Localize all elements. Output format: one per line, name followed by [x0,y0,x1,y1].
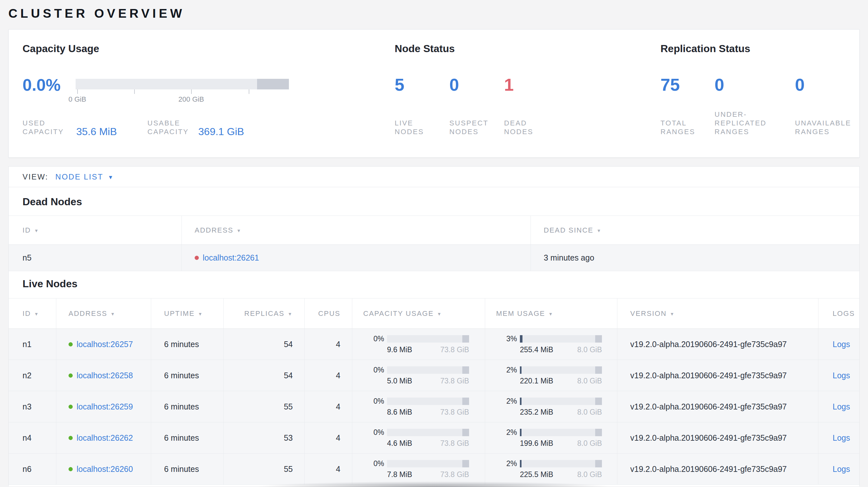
mem-used-value: 220.1 MiB [520,377,553,385]
capacity-axis-labels: 0 GiB 200 GiB [75,95,289,104]
dead-col-header-address[interactable]: ADDRESS ▼ [182,216,531,245]
col-header-capacity-usage[interactable]: CAPACITY USAGE ▼ [352,298,485,328]
live-nodes-table: ID ▼ ADDRESS ▼ UPTIME ▼ REPLICAS ▼ CPUS [9,298,859,485]
node-cpus-cell: 4 [305,422,352,453]
mem-usage-endcap [595,335,602,343]
live-node-row: n3 localhost:26259 6 minutes 55 4 0% [9,391,859,422]
node-address-link[interactable]: localhost:26257 [76,340,133,349]
node-uptime-cell: 6 minutes [151,391,224,422]
live-nodes-heading: Live Nodes [23,278,859,290]
logs-link[interactable]: Logs [833,371,850,380]
node-uptime-cell: 6 minutes [151,329,224,360]
node-cpus-cell: 4 [305,391,352,422]
capacity-used-value: 5.0 MiB [387,377,412,385]
sort-desc-icon: ▼ [548,311,553,317]
capacity-stats: USED CAPACITY 35.6 MiB USABLE CAPACITY 3… [23,119,395,136]
live-nodes-stat: 5 LIVE NODES [395,76,450,136]
usable-capacity-label: USABLE CAPACITY [147,119,193,136]
dead-node-row: n5 localhost:26261 3 minutes ago [9,245,859,271]
capacity-percent: 0% [363,459,384,468]
node-replicas-cell: 54 [224,360,305,391]
node-address-link[interactable]: localhost:26258 [76,371,133,380]
live-node-row: n6 localhost:26260 6 minutes 55 4 0% [9,454,859,485]
node-logs-cell: Logs [818,454,859,484]
logs-link[interactable]: Logs [833,433,850,443]
view-selector-dropdown[interactable]: VIEW: NODE LIST ▼ [9,167,859,187]
node-id-cell: n1 [9,329,56,360]
mem-usage-endcap [595,460,602,467]
live-node-row: n4 localhost:26262 6 minutes 53 4 0% [9,422,859,454]
node-address-link[interactable]: localhost:26262 [76,433,133,443]
mem-usage-bar [520,335,602,343]
sort-desc-icon: ▼ [596,227,601,233]
capacity-used-value: 4.6 MiB [387,439,412,448]
capacity-axis [75,90,289,94]
live-status-dot-icon [68,342,73,347]
capacity-usage-bar [387,460,469,467]
logs-link[interactable]: Logs [833,464,850,474]
live-nodes-count: 5 [395,76,450,93]
dead-col-header-dead-since[interactable]: DEAD SINCE ▼ [531,216,859,245]
capacity-percent: 0% [363,397,384,405]
capacity-gauge: 0 GiB 200 GiB [75,79,289,104]
col-header-logs: LOGS [818,298,859,328]
node-address-link[interactable]: localhost:26259 [76,402,133,412]
sort-desc-icon: ▼ [437,311,442,317]
node-version-cell: v19.2.0-alpha.20190606-2491-gfe735c9a97 [617,360,818,391]
node-address-link[interactable]: localhost:26261 [203,253,259,262]
under-replicated-label: UNDER-REPLICATED RANGES [715,110,795,136]
col-header-uptime[interactable]: UPTIME ▼ [151,298,224,328]
live-status-dot-icon [68,374,73,378]
capacity-total-value: 73.8 GiB [440,408,469,417]
mem-usage-bar [520,397,602,405]
axis-tick [191,90,192,94]
dead-nodes-heading: Dead Nodes [23,196,859,208]
node-uptime-cell: 6 minutes [151,422,224,453]
col-header-id[interactable]: ID ▼ [9,298,56,328]
node-id-cell: n4 [9,422,56,453]
dead-nodes-table: ID ▼ ADDRESS ▼ DEAD SINCE ▼ n5 localhost… [9,216,859,271]
node-mem-cell: 2% 235.2 MiB 8.0 GiB [485,391,617,422]
mem-used-value: 199.6 MiB [520,439,553,448]
node-capacity-cell: 0% 8.6 MiB 73.8 GiB [352,391,485,422]
node-id-cell: n2 [9,360,56,391]
logs-link[interactable]: Logs [833,402,850,412]
node-capacity-cell: 0% 9.6 MiB 73.8 GiB [352,329,485,360]
total-ranges-label: TOTAL RANGES [660,119,715,136]
capacity-bar [75,79,289,90]
col-header-address[interactable]: ADDRESS ▼ [56,298,151,328]
unavailable-ranges-count: 0 [795,76,859,93]
node-replicas-cell: 53 [224,422,305,453]
unavailable-ranges-label: UNAVAILABLE RANGES [795,119,859,136]
mem-usage-endcap [595,397,602,405]
logs-link[interactable]: Logs [833,340,850,349]
node-address-link[interactable]: localhost:26260 [76,464,133,474]
suspect-nodes-label: SUSPECT NODES [450,119,504,136]
col-header-cpus[interactable]: CPUS [305,298,352,328]
col-header-mem-usage[interactable]: MEM USAGE ▼ [485,298,617,328]
node-id-cell: n3 [9,391,56,422]
col-header-version[interactable]: VERSION ▼ [617,298,818,328]
sort-desc-icon: ▼ [237,227,242,233]
node-logs-cell: Logs [818,360,859,391]
mem-total-value: 8.0 GiB [577,470,602,479]
unavailable-ranges-stat: 0 UNAVAILABLE RANGES [795,76,859,136]
node-version-cell: v19.2.0-alpha.20190606-2491-gfe735c9a97 [617,422,818,453]
suspect-nodes-stat: 0 SUSPECT NODES [450,76,504,136]
mem-usage-endcap [595,366,602,374]
capacity-usage-bar [387,366,469,374]
node-mem-cell: 2% 225.5 MiB 8.0 GiB [485,454,617,484]
node-status-section: Node Status 5 LIVE NODES 0 SUSPECT NODES… [395,42,660,136]
dead-col-header-id[interactable]: ID ▼ [9,216,182,245]
cluster-overview-page: CLUSTER OVERVIEW Capacity Usage 0.0% [0,6,868,486]
capacity-usage-endcap [462,460,469,467]
axis-label-200: 200 GiB [179,95,204,104]
used-capacity-stat: USED CAPACITY 35.6 MiB [23,119,117,136]
capacity-usage-endcap [462,429,469,436]
dead-status-dot-icon [195,256,199,260]
view-selected-value[interactable]: NODE LIST [55,172,103,182]
node-capacity-cell: 0% 4.6 MiB 73.8 GiB [352,422,485,453]
node-version-cell: v19.2.0-alpha.20190606-2491-gfe735c9a97 [617,391,818,422]
col-header-replicas[interactable]: REPLICAS ▼ [224,298,305,328]
sort-desc-icon: ▼ [288,311,293,317]
